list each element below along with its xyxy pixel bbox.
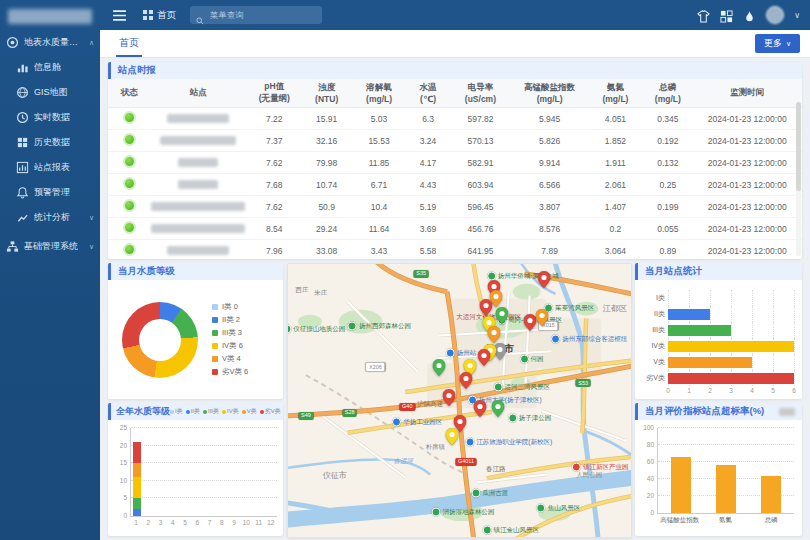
station-pin-green[interactable] — [495, 307, 508, 324]
legend-item[interactable]: I类 0 — [212, 302, 248, 312]
table-row[interactable]: 7.6279.9811.854.17582.919.9141.9110.1322… — [108, 152, 802, 174]
chevron-down-icon[interactable]: ∨ — [794, 11, 800, 20]
sidebar-item-alert-management[interactable]: 预警管理 — [0, 180, 100, 205]
station-stats-chart[interactable]: I类II类III类IV类V类劣V类 — [641, 290, 794, 386]
legend-item[interactable]: 劣V类 — [260, 407, 281, 416]
cell-value: 8.576 — [512, 218, 588, 240]
station-pin-orange[interactable] — [535, 309, 548, 326]
panel-action-blurred[interactable] — [779, 408, 795, 416]
column-header: 监测时间 — [692, 79, 802, 108]
column-header: 溶解氧(mg/L) — [351, 79, 407, 108]
base-system-icon — [6, 240, 19, 253]
road-badge: S49 — [298, 412, 313, 420]
legend-item[interactable]: II类 2 — [212, 315, 248, 325]
cell-value: 6.566 — [512, 174, 588, 196]
map-label-poi-green: 仪征捺山地质公园 — [287, 324, 345, 333]
cell-value: 4.17 — [407, 152, 449, 174]
tab-home[interactable]: 首页 — [116, 30, 142, 57]
legend-item[interactable]: IV类 6 — [212, 341, 248, 351]
cell-value: 7.62 — [246, 196, 302, 218]
road-badge: X206 — [366, 362, 386, 372]
hbar-bar[interactable] — [668, 373, 794, 384]
status-dot — [125, 157, 134, 166]
stacked-bar[interactable] — [133, 442, 141, 516]
table-row[interactable]: 7.6250.910.45.19596.453.8071.4070.199202… — [108, 196, 802, 218]
cell-value: 5.945 — [512, 108, 588, 130]
station-pin-red[interactable] — [443, 389, 456, 406]
breadcrumb-home[interactable]: 首页 — [143, 9, 176, 22]
legend-item[interactable]: V类 4 — [212, 354, 248, 364]
map-label-town: 朱庄 — [314, 288, 327, 297]
cell-value: 5.19 — [407, 196, 449, 218]
table-row[interactable]: 8.5429.2411.643.69456.768.5760.20.055202… — [108, 218, 802, 240]
dark-mode-flame-icon[interactable] — [743, 9, 756, 22]
gis-map[interactable]: 扬州市江都区仪征市西庄朱庄朴席镇人民公园沪陕高速春江路古运河扬州华侨城·梦幻之城… — [288, 264, 631, 537]
legend-item[interactable]: III类 3 — [212, 328, 248, 338]
layout-settings-icon[interactable] — [720, 9, 733, 22]
user-avatar[interactable] — [766, 6, 784, 24]
sidebar-item-statistics[interactable]: 统计分析∨ — [0, 205, 100, 230]
cell-value: 2024-01-23 12:00:00 — [692, 174, 802, 196]
theme-skin-icon[interactable] — [697, 9, 710, 22]
sidebar-item-realtime-data[interactable]: 实时数据 — [0, 105, 100, 130]
station-pin-red[interactable] — [473, 400, 486, 417]
cell-value: 3.064 — [588, 240, 644, 260]
grade-donut-chart[interactable] — [122, 302, 198, 378]
cell-value: 7.37 — [246, 130, 302, 152]
legend-item[interactable]: III类 — [203, 407, 219, 416]
annual-grade-chart[interactable]: 0510152025 — [130, 428, 277, 517]
more-button[interactable]: 更多 ∨ — [755, 34, 800, 53]
station-pin-green[interactable] — [433, 359, 446, 376]
station-table[interactable]: 状态站点pH值(无量纲)浊度(NTU)溶解氧(mg/L)水温(℃)电导率(uS/… — [108, 79, 802, 259]
legend-item[interactable]: IV类 — [222, 407, 239, 416]
hbar-category-label: IV类 — [641, 341, 668, 351]
legend-item[interactable]: I类 — [170, 407, 183, 416]
chevron-down-icon: ∨ — [786, 40, 791, 48]
station-pin-red[interactable] — [479, 299, 492, 316]
sidebar-item-station-report[interactable]: 站点报表 — [0, 155, 100, 180]
hbar-bar[interactable] — [668, 325, 731, 336]
cell-value: 596.45 — [449, 196, 511, 218]
map-label-poi-green: 扬州西郊森林公园 — [348, 321, 411, 330]
vbar-bar[interactable] — [761, 476, 781, 513]
road-badge: G4011 — [455, 458, 476, 466]
menu-search[interactable] — [190, 6, 322, 24]
legend-item[interactable]: II类 — [186, 407, 200, 416]
chevron-down-icon: ∨ — [89, 214, 94, 222]
sidebar-item-history-data[interactable]: 历史数据 — [0, 130, 100, 155]
menu-search-input[interactable] — [208, 9, 316, 21]
legend-item[interactable]: 劣V类 6 — [212, 367, 248, 377]
sidebar-section-base-system[interactable]: 基础管理系统 ∨ — [0, 234, 100, 259]
sidebar-item-gis-map[interactable]: GIS地图 — [0, 80, 100, 105]
station-pin-yellow[interactable] — [446, 428, 459, 445]
table-scrollbar[interactable] — [796, 102, 801, 256]
station-pin-red[interactable] — [477, 349, 490, 366]
cell-value: 0.89 — [643, 240, 692, 260]
station-pin-orange[interactable] — [487, 326, 500, 343]
stack-x-axis: 123456789101112 — [130, 519, 277, 526]
table-row[interactable]: 7.6810.746.714.43603.946.5662.0610.25202… — [108, 174, 802, 196]
panel-title: 当月水质等级 — [108, 263, 283, 280]
station-pin-red[interactable] — [537, 271, 550, 288]
table-row[interactable]: 7.9633.083.435.58641.957.893.0640.892024… — [108, 240, 802, 260]
hbar-bar[interactable] — [668, 309, 710, 320]
hbar-bar[interactable] — [668, 341, 794, 352]
station-pin-green[interactable] — [491, 400, 504, 417]
vbar-bar[interactable] — [716, 465, 736, 513]
road-badge: S53 — [576, 379, 591, 387]
table-row[interactable]: 7.2215.915.036.3597.825.9454.0510.345202… — [108, 108, 802, 130]
vbar-bar[interactable] — [671, 457, 691, 513]
sidebar-item-info-hub[interactable]: 信息舱 — [0, 55, 100, 80]
cell-value: 0.192 — [643, 130, 692, 152]
sidebar-section-monitor-system[interactable]: 地表水质量监测系统 ∧ — [0, 30, 100, 55]
hbar-bar[interactable] — [668, 357, 752, 368]
hbar-category-label: 劣V类 — [641, 373, 668, 383]
map-label-poi-red: 镇江新区产业园 — [572, 462, 629, 471]
table-row[interactable]: 7.3732.1615.533.24570.135.8261.8520.1922… — [108, 130, 802, 152]
hbar-x-axis: 0123456 — [668, 387, 794, 397]
station-pin-red[interactable] — [459, 372, 472, 389]
exceed-rate-chart[interactable]: 020406080100 — [657, 428, 794, 514]
legend-item[interactable]: V类 — [242, 407, 257, 416]
hamburger-menu-icon[interactable] — [112, 8, 127, 23]
station-name-blurred — [178, 158, 218, 167]
